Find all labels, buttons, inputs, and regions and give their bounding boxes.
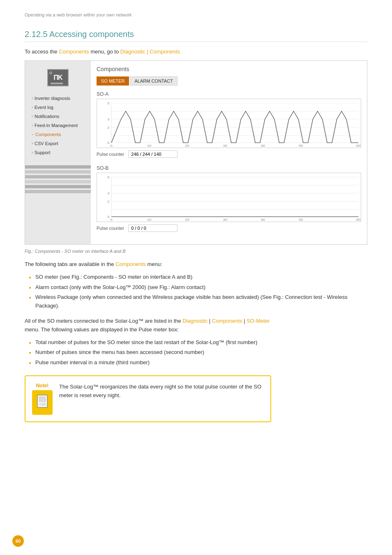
features-list-2: Total number of pulses for the SO meter … — [25, 338, 367, 367]
list-item: Number of pulses since the menu has been… — [29, 348, 367, 357]
svg-text:20: 20 — [185, 144, 189, 148]
sidebar-item-notifications[interactable]: › Notifications — [25, 112, 91, 121]
note-icon — [32, 390, 53, 415]
components-link-2[interactable]: Components — [115, 261, 146, 267]
arrow-icon: › — [32, 150, 33, 155]
svg-text:30: 30 — [223, 218, 227, 222]
svg-text:0: 0 — [110, 144, 112, 148]
fig-caption: Fig.: Components - SO meter on interface… — [25, 249, 367, 254]
tab-bar: SO METER ALARM CONTACT — [97, 76, 361, 86]
svg-text:2: 2 — [107, 199, 109, 203]
arrow-icon: › — [32, 123, 33, 127]
svg-text:10: 10 — [147, 144, 152, 148]
tab-alarm-contact[interactable]: ALARM CONTACT — [130, 76, 177, 86]
pulse-value-b[interactable] — [128, 224, 178, 232]
note-icon-wrap: Note! — [32, 383, 53, 415]
pulse-value-a[interactable] — [128, 150, 178, 158]
logo: ⚙ ΠK — [25, 65, 91, 90]
svg-text:60: 60 — [356, 218, 361, 222]
list-item: SO meter (see Fig.: Components - SO mete… — [29, 273, 367, 282]
svg-text:60: 60 — [356, 144, 361, 148]
so-b-chart: 5 3 2 0 0 10 20 30 40 50 60 — [97, 173, 361, 222]
page-number: 60 — [12, 535, 24, 547]
sidebar-item-csv-export[interactable]: › CSV Export — [25, 139, 91, 148]
svg-text:0: 0 — [110, 218, 112, 222]
list-item: Wireless Package (only when connected an… — [29, 293, 367, 310]
tab-so-meter[interactable]: SO METER — [97, 76, 129, 86]
components-link-3[interactable]: Components — [212, 318, 242, 324]
screenshot-container: ⚙ ΠK › Inverter diagnosis › Event log › … — [25, 60, 367, 245]
arrow-icon: › — [32, 96, 33, 100]
svg-text:40: 40 — [261, 144, 265, 148]
all-text: All of the SO meters connected to the So… — [25, 317, 367, 334]
so-b-label: SO-B — [97, 165, 361, 171]
breadcrumb: Operating via a web browser within your … — [25, 12, 367, 17]
svg-text:0: 0 — [107, 141, 109, 145]
arrow-icon: › — [32, 141, 33, 146]
arrow-icon: › — [32, 114, 33, 118]
svg-text:3: 3 — [107, 118, 109, 121]
sidebar-item-event-log[interactable]: › Event log — [25, 103, 91, 112]
list-item: Pulse number interval in a minute (third… — [29, 358, 367, 367]
diagnostic-link[interactable]: Diagnostic — [182, 318, 208, 324]
sidebar-item-feed-in[interactable]: › Feed-In Management — [25, 121, 91, 130]
components-link[interactable]: Components — [59, 49, 89, 55]
features-list-1: SO meter (see Fig.: Components - SO mete… — [25, 273, 367, 310]
so-a-label: SO-A — [97, 91, 361, 97]
svg-text:2: 2 — [107, 125, 109, 129]
note-text: The Solar-Log™ reorganizes the data ever… — [59, 383, 264, 400]
svg-text:3: 3 — [107, 192, 109, 195]
sidebar: ⚙ ΠK › Inverter diagnosis › Event log › … — [25, 61, 91, 244]
note-box: Note! The Solar-Log™ reorganizes the dat… — [25, 375, 271, 422]
note-label: Note! — [36, 383, 49, 388]
arrow-icon: › — [32, 105, 33, 109]
section-title: 2.12.5 Accessing components — [25, 30, 367, 42]
so-a-section: SO-A 5 3 2 — [97, 91, 361, 158]
so-meter-link[interactable]: SO-Meter — [247, 318, 270, 324]
pulse-label-b: Pulse counter — [97, 226, 124, 231]
list-item: Total number of pulses for the SO meter … — [29, 338, 367, 347]
svg-text:30: 30 — [223, 144, 227, 148]
panel-title: Components — [97, 66, 361, 72]
svg-text:0: 0 — [107, 215, 109, 219]
sidebar-item-components[interactable]: – Components — [25, 130, 91, 139]
svg-text:10: 10 — [147, 218, 152, 222]
so-a-chart: 5 3 2 0 0 10 20 30 40 50 60 — [97, 99, 361, 148]
svg-text:5: 5 — [107, 101, 109, 105]
pulse-counter-a: Pulse counter — [97, 150, 361, 158]
arrow-icon: – — [32, 132, 34, 136]
sidebar-item-support[interactable]: › Support — [25, 148, 91, 157]
svg-text:20: 20 — [185, 218, 189, 222]
following-text: The following tabs are available in the … — [25, 260, 367, 269]
svg-rect-40 — [42, 403, 46, 404]
intro-paragraph: To access the Components menu, go to Dia… — [25, 49, 367, 55]
svg-text:50: 50 — [299, 144, 303, 148]
svg-rect-39 — [39, 403, 41, 406]
svg-text:5: 5 — [107, 175, 109, 179]
sidebar-item-inverter-diagnosis[interactable]: › Inverter diagnosis — [25, 94, 91, 103]
diagnostic-components-link[interactable]: Diagnostic | Components. — [120, 49, 182, 55]
svg-text:40: 40 — [261, 218, 265, 222]
svg-rect-41 — [42, 405, 46, 406]
pulse-counter-b: Pulse counter — [97, 224, 361, 232]
so-b-section: SO-B 5 3 2 — [97, 165, 361, 232]
main-panel: Components SO METER ALARM CONTACT SO-A — [91, 61, 367, 244]
pulse-label-a: Pulse counter — [97, 152, 124, 157]
list-item: Alarm contact (only with the Solar-Log™ … — [29, 283, 367, 292]
svg-text:50: 50 — [299, 218, 303, 222]
